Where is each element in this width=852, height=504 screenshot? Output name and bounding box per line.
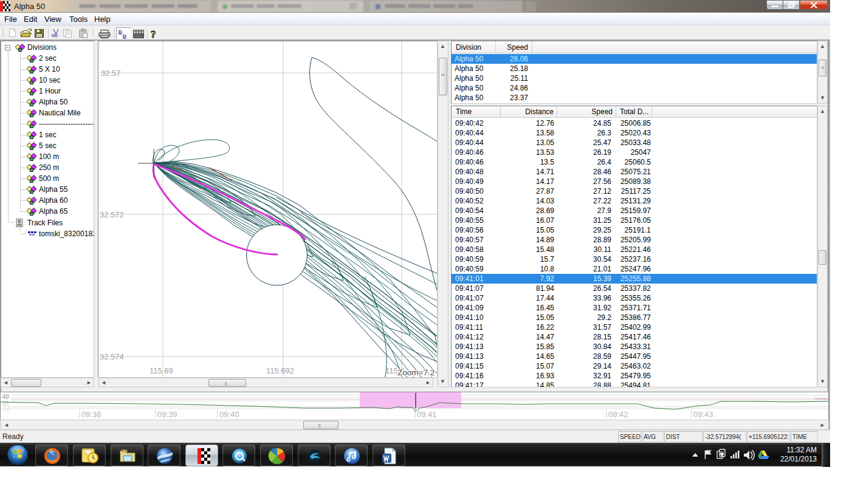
svg-text:32.572: 32.572 bbox=[100, 210, 124, 219]
svg-text:09:43: 09:43 bbox=[693, 410, 713, 419]
svg-text:09:38: 09:38 bbox=[81, 410, 101, 419]
svg-text:32.57: 32.57 bbox=[101, 69, 121, 78]
svg-text:32.574: 32.574 bbox=[100, 352, 124, 361]
svg-text:09:42: 09:42 bbox=[608, 410, 628, 419]
svg-text:Zoom=7.2: Zoom=7.2 bbox=[397, 368, 435, 377]
svg-text:09:41: 09:41 bbox=[417, 410, 437, 419]
svg-text:09:39: 09:39 bbox=[157, 410, 177, 419]
svg-text:115.69: 115.69 bbox=[149, 366, 173, 375]
svg-text:09:40: 09:40 bbox=[219, 410, 239, 419]
svg-text:48: 48 bbox=[2, 393, 9, 400]
svg-text:12: 12 bbox=[3, 405, 10, 412]
svg-text:115.692: 115.692 bbox=[266, 366, 294, 375]
svg-text:?: ? bbox=[151, 29, 156, 39]
